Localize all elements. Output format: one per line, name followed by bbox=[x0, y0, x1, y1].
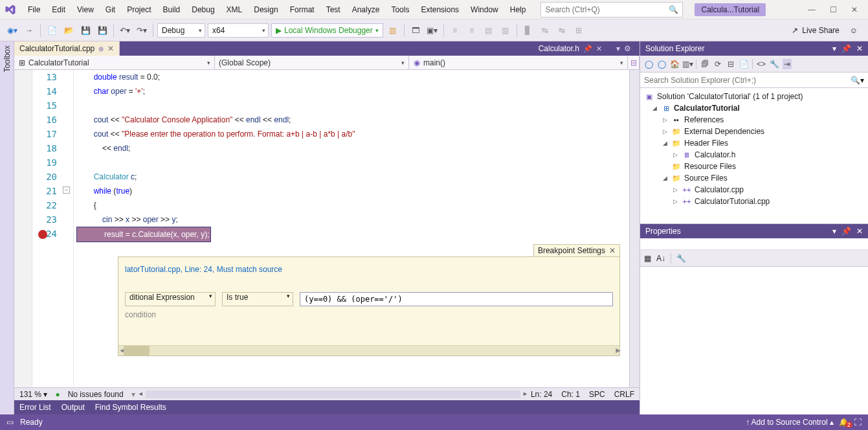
menu-git[interactable]: Git bbox=[100, 3, 121, 17]
menu-window[interactable]: Window bbox=[465, 3, 504, 17]
switch-views-icon[interactable]: ▥▾ bbox=[683, 60, 692, 69]
menu-tools[interactable]: Tools bbox=[385, 3, 415, 17]
quick-launch-search[interactable]: 🔍 bbox=[540, 2, 683, 17]
references-node[interactable]: ▷▪▪References bbox=[641, 114, 867, 126]
tab-overflow[interactable]: ▾⚙ bbox=[607, 41, 640, 56]
nav-project-combo[interactable]: ⊞CalculatorTutorial bbox=[14, 56, 215, 69]
zoom-combo[interactable]: 131 % ▾ bbox=[19, 390, 47, 399]
horizontal-scrollbar[interactable] bbox=[146, 390, 520, 398]
outlining-margin[interactable]: − bbox=[62, 70, 74, 387]
navigate-back-button[interactable]: ◉▾ bbox=[5, 23, 19, 38]
menu-debug[interactable]: Debug bbox=[186, 3, 220, 17]
preview-icon[interactable]: 🔧 bbox=[770, 60, 779, 69]
close-button[interactable]: ✕ bbox=[851, 5, 858, 14]
pending-icon[interactable]: 🗐 bbox=[700, 60, 709, 69]
menu-analyze[interactable]: Analyze bbox=[346, 3, 386, 17]
tab-calculator-h-preview[interactable]: Calculator.h 📌 ✕ bbox=[533, 41, 607, 56]
pin-icon[interactable]: 📌 bbox=[841, 227, 851, 236]
header-files-node[interactable]: ◢📁Header Files bbox=[641, 137, 867, 149]
menu-xml[interactable]: XML bbox=[221, 3, 249, 17]
tab-calculatortutorial-cpp[interactable]: CalculatorTutorial.cpp ⊕ ✕ bbox=[14, 41, 120, 56]
properties-object-combo[interactable] bbox=[640, 238, 868, 250]
vertical-scrollbar[interactable] bbox=[629, 70, 640, 387]
condition-expression-input[interactable] bbox=[300, 292, 613, 306]
project-node[interactable]: ◢⊞CalculatorTutorial bbox=[641, 102, 867, 114]
menu-format[interactable]: Format bbox=[284, 3, 320, 17]
add-source-control[interactable]: ↑ Add to Source Control ▴ bbox=[746, 418, 834, 427]
dropdown-icon[interactable]: ▾ bbox=[832, 44, 836, 53]
forward-icon[interactable]: ◯ bbox=[657, 60, 666, 69]
menu-edit[interactable]: Edit bbox=[46, 3, 71, 17]
toolbar-icon-1[interactable]: 🗖 bbox=[408, 23, 423, 38]
live-share[interactable]: ↗ Live Share ☺ bbox=[792, 26, 863, 35]
alphabetical-icon[interactable]: A↓ bbox=[656, 254, 665, 263]
navigate-forward-button[interactable]: → bbox=[22, 23, 36, 38]
menu-test[interactable]: Test bbox=[320, 3, 346, 17]
maximize-button[interactable]: ☐ bbox=[830, 5, 837, 14]
condition-eval-combo[interactable]: Is true bbox=[222, 292, 293, 306]
condition-type-combo[interactable]: ditional Expression bbox=[125, 292, 216, 306]
solution-search[interactable]: 🔍▾ bbox=[640, 73, 868, 88]
gear-icon[interactable]: ⚙ bbox=[624, 44, 631, 53]
source-files-node[interactable]: ◢📁Source Files bbox=[641, 172, 867, 184]
calculator-cpp-node[interactable]: ▷++Calculator.cpp bbox=[641, 184, 867, 196]
notifications-button[interactable]: 🔔2 bbox=[839, 418, 849, 427]
redo-button[interactable]: ↷▾ bbox=[135, 23, 149, 38]
pin-icon[interactable]: 📌 bbox=[841, 44, 851, 53]
open-file-button[interactable]: 📂 bbox=[61, 23, 76, 38]
toolbox-rail[interactable]: Toolbox bbox=[0, 41, 14, 414]
menu-view[interactable]: View bbox=[71, 3, 100, 17]
search-input[interactable] bbox=[545, 5, 669, 14]
solution-search-input[interactable] bbox=[644, 76, 851, 85]
close-popup-icon[interactable]: ✕ bbox=[609, 246, 616, 255]
menu-project[interactable]: Project bbox=[121, 3, 157, 17]
pin-icon[interactable]: 📌 bbox=[583, 45, 592, 53]
toolbar-icon-2[interactable]: ▣▾ bbox=[425, 23, 440, 38]
menu-build[interactable]: Build bbox=[157, 3, 186, 17]
debug-target-button[interactable]: ▥ bbox=[386, 23, 400, 38]
resource-files-node[interactable]: 📁Resource Files bbox=[641, 161, 867, 172]
calculator-h-node[interactable]: ▷🗎Calculator.h bbox=[641, 149, 867, 161]
feedback-icon[interactable]: ☺ bbox=[850, 26, 858, 35]
save-all-button[interactable]: 💾 bbox=[95, 23, 109, 38]
window-layout-icon[interactable]: ⛶ bbox=[854, 418, 862, 427]
properties-header[interactable]: Properties ▾📌✕ bbox=[640, 224, 868, 238]
minimize-button[interactable]: — bbox=[808, 5, 816, 14]
calculatortutorial-cpp-node[interactable]: ▷++CalculatorTutorial.cpp bbox=[641, 196, 867, 207]
nav-scope-combo[interactable]: (Global Scope) bbox=[215, 56, 409, 69]
solution-explorer-header[interactable]: Solution Explorer ▾📌✕ bbox=[640, 41, 868, 56]
property-pages-icon[interactable]: 🔧 bbox=[676, 254, 686, 263]
breakpoint-marker[interactable] bbox=[38, 230, 47, 239]
start-debug-button[interactable]: ▶ Local Windows Debugger ▾ bbox=[271, 23, 383, 38]
close-tab-icon[interactable]: ✕ bbox=[107, 44, 114, 53]
dropdown-icon[interactable]: ▾ bbox=[832, 227, 836, 236]
close-panel-icon[interactable]: ✕ bbox=[856, 44, 863, 53]
collapse-icon[interactable]: ⊟ bbox=[726, 60, 735, 69]
bottom-tab-find-symbol-results[interactable]: Find Symbol Results bbox=[95, 403, 166, 412]
external-deps-node[interactable]: ▷📁External Dependencies bbox=[641, 126, 867, 137]
home-icon[interactable]: 🏠 bbox=[670, 60, 679, 69]
sync-icon[interactable]: ⟳ bbox=[713, 60, 722, 69]
close-panel-icon[interactable]: ✕ bbox=[856, 227, 863, 236]
solution-node[interactable]: ▣Solution 'CalculatorTutorial' (1 of 1 p… bbox=[641, 91, 867, 102]
bottom-tab-output[interactable]: Output bbox=[61, 403, 85, 412]
pin-icon[interactable]: ⊕ bbox=[98, 45, 104, 52]
solution-tree[interactable]: ▣Solution 'CalculatorTutorial' (1 of 1 p… bbox=[640, 88, 868, 223]
new-project-button[interactable]: 📄 bbox=[45, 23, 59, 38]
menu-file[interactable]: File bbox=[22, 3, 46, 17]
properties-icon[interactable]: <> bbox=[757, 60, 766, 69]
preview-selected-icon[interactable]: ⇥ bbox=[783, 59, 792, 69]
output-icon[interactable]: ▭ bbox=[6, 418, 14, 427]
bottom-tab-error-list[interactable]: Error List bbox=[19, 403, 51, 412]
popup-horizontal-scrollbar[interactable]: ◄► bbox=[118, 345, 619, 356]
breakpoint-location-link[interactable]: latorTutorial.cpp, Line: 24, Must match … bbox=[125, 265, 613, 274]
menu-design[interactable]: Design bbox=[248, 3, 284, 17]
menu-help[interactable]: Help bbox=[504, 3, 532, 17]
fold-collapse-icon[interactable]: − bbox=[63, 187, 70, 194]
categorized-icon[interactable]: ▦ bbox=[644, 254, 651, 263]
breakpoint-margin[interactable] bbox=[14, 70, 32, 387]
undo-button[interactable]: ↶▾ bbox=[118, 23, 132, 38]
nav-split-button[interactable]: ⊟ bbox=[628, 56, 640, 69]
nav-function-combo[interactable]: ◉main() bbox=[409, 56, 628, 69]
back-icon[interactable]: ◯ bbox=[644, 60, 653, 69]
